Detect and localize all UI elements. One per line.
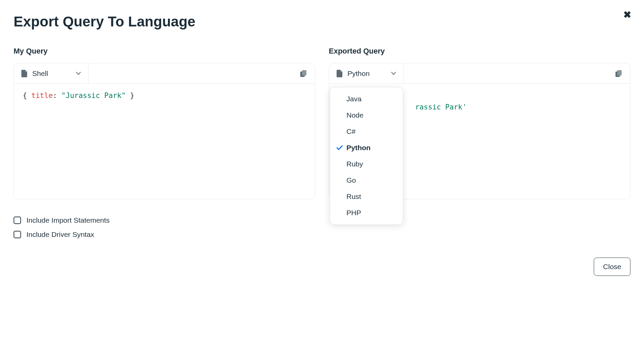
close-icon[interactable]: ✖ [623, 10, 631, 20]
copy-exported-query-button[interactable] [608, 63, 630, 83]
copy-my-query-button[interactable] [292, 63, 315, 83]
checkbox-box [14, 231, 21, 238]
my-query-language-selector[interactable]: Shell [14, 63, 89, 83]
exported-query-heading: Exported Query [329, 47, 630, 56]
my-query-panel-header: Shell [14, 63, 315, 84]
language-option-rust[interactable]: Rust [330, 188, 403, 205]
svg-rect-1 [302, 70, 306, 76]
language-option-ruby[interactable]: Ruby [330, 156, 403, 172]
exported-query-language-selector[interactable]: Python Java Node [329, 63, 404, 83]
my-query-code[interactable]: { title: "Jurassic Park" } [14, 84, 315, 199]
language-option-php[interactable]: PHP [330, 205, 403, 221]
include-driver-checkbox[interactable]: Include Driver Syntax [14, 230, 315, 239]
language-option-java[interactable]: Java [330, 91, 403, 107]
include-imports-checkbox[interactable]: Include Import Statements [14, 216, 315, 224]
exported-query-panel-header: Python Java Node [329, 63, 630, 84]
exported-query-column: Exported Query Python [329, 47, 630, 245]
my-query-language-label: Shell [32, 69, 71, 78]
exported-query-panel: Python Java Node [329, 63, 630, 199]
my-query-heading: My Query [14, 47, 315, 56]
my-query-panel: Shell { t [14, 63, 315, 199]
svg-rect-3 [617, 70, 622, 76]
language-option-python[interactable]: Python [330, 140, 403, 156]
copy-icon [300, 70, 307, 77]
modal-title: Export Query To Language [14, 14, 630, 30]
check-icon [336, 145, 343, 150]
my-query-column: My Query Shell [14, 47, 315, 245]
copy-icon [615, 70, 623, 77]
chevron-down-icon [76, 72, 81, 75]
checkbox-box [14, 217, 21, 224]
close-button[interactable]: Close [594, 258, 630, 276]
language-option-node[interactable]: Node [330, 107, 403, 123]
exported-query-language-label: Python [347, 69, 386, 78]
language-option-go[interactable]: Go [330, 172, 403, 188]
language-option-csharp[interactable]: C# [330, 123, 403, 140]
chevron-down-icon [391, 72, 396, 75]
checkbox-label: Include Import Statements [26, 216, 110, 224]
checkbox-label: Include Driver Syntax [26, 230, 94, 239]
export-options: Include Import Statements Include Driver… [14, 216, 315, 239]
document-icon [21, 70, 27, 77]
language-dropdown: Java Node C# [330, 87, 403, 225]
document-icon [337, 70, 343, 77]
